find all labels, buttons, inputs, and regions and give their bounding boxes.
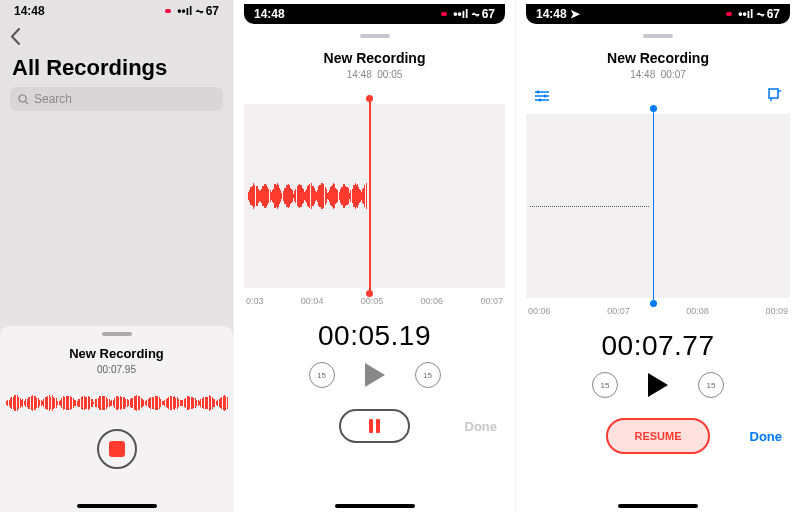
svg-point-5 bbox=[537, 91, 540, 94]
time-ticks: 0:0300:0400:0500:0600:07 bbox=[246, 296, 503, 306]
flat-waveform bbox=[530, 206, 649, 207]
status-right: ••ıl ⏦ 67 bbox=[726, 7, 780, 21]
resume-button[interactable]: RESUME bbox=[606, 418, 709, 454]
svg-point-0 bbox=[19, 95, 26, 102]
skip-back-button[interactable]: 15 bbox=[592, 372, 618, 398]
status-time: 14:48 ➤ bbox=[536, 7, 580, 21]
svg-point-6 bbox=[544, 95, 547, 98]
waveform-area[interactable] bbox=[244, 104, 505, 288]
status-right: ••ıl ⏦ 67 bbox=[165, 4, 219, 18]
recording-elapsed: 00:07.95 bbox=[0, 364, 233, 375]
skip-back-button[interactable]: 15 bbox=[309, 362, 335, 388]
recording-title: New Recording bbox=[516, 50, 800, 66]
search-input[interactable]: Search bbox=[10, 87, 223, 111]
options-icon[interactable] bbox=[534, 88, 550, 106]
playhead[interactable] bbox=[369, 98, 371, 294]
home-indicator[interactable] bbox=[618, 504, 698, 508]
recording-subtitle: 14:48 00:07 bbox=[516, 69, 800, 80]
sheet-handle[interactable] bbox=[360, 34, 390, 38]
recording-subtitle: 14:48 00:05 bbox=[234, 69, 515, 80]
play-button[interactable] bbox=[365, 363, 385, 387]
done-button: Done bbox=[465, 419, 498, 434]
sheet-handle[interactable] bbox=[643, 34, 673, 38]
page-title: All Recordings bbox=[0, 51, 233, 87]
trim-icon[interactable] bbox=[768, 88, 782, 106]
status-time: 14:48 bbox=[254, 7, 285, 21]
skip-forward-button[interactable]: 15 bbox=[698, 372, 724, 398]
status-right: ••ıl ⏦ 67 bbox=[441, 7, 495, 21]
record-drawer: New Recording 00:07.95 bbox=[0, 326, 233, 512]
stop-button[interactable] bbox=[97, 429, 137, 469]
done-button[interactable]: Done bbox=[750, 429, 783, 444]
waveform-area[interactable] bbox=[526, 114, 790, 298]
home-indicator[interactable] bbox=[335, 504, 415, 508]
svg-rect-8 bbox=[769, 89, 778, 98]
elapsed-time: 00:07.77 bbox=[516, 330, 800, 362]
skip-forward-button[interactable]: 15 bbox=[415, 362, 441, 388]
playhead[interactable] bbox=[653, 108, 655, 304]
back-button[interactable] bbox=[0, 22, 233, 51]
drawer-handle[interactable] bbox=[102, 332, 132, 336]
search-placeholder: Search bbox=[34, 92, 72, 106]
elapsed-time: 00:05.19 bbox=[234, 320, 515, 352]
recording-title: New Recording bbox=[0, 346, 233, 361]
search-icon bbox=[18, 94, 29, 105]
home-indicator[interactable] bbox=[77, 504, 157, 508]
svg-point-7 bbox=[539, 99, 542, 102]
recording-title: New Recording bbox=[234, 50, 515, 66]
time-ticks: 00:0600:0700:0800:09 bbox=[528, 306, 788, 316]
mini-waveform bbox=[0, 385, 233, 421]
status-time: 14:48 bbox=[14, 4, 45, 18]
svg-line-1 bbox=[26, 101, 29, 104]
play-button[interactable] bbox=[648, 373, 668, 397]
pause-button[interactable] bbox=[339, 409, 410, 443]
